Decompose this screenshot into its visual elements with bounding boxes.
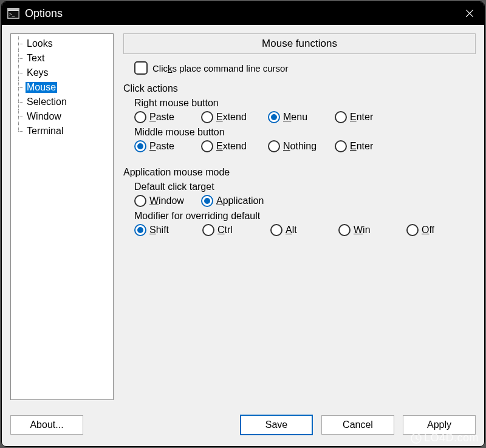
radio-label: Paste xyxy=(149,141,174,152)
sidebar-item-label: Keys xyxy=(26,67,50,78)
dialog-buttons: About... Save Cancel Apply xyxy=(2,409,484,446)
radio-label: Off xyxy=(422,225,434,236)
radio-label: Window xyxy=(149,195,184,206)
radio-icon xyxy=(268,140,280,152)
sidebar-item-looks[interactable]: Looks xyxy=(11,36,113,51)
radio-label: Alt xyxy=(286,225,297,236)
clicks-place-cursor-label: Clicks place command line cursor xyxy=(152,63,288,73)
radio-label: Extend xyxy=(216,141,247,152)
terminal-icon: >_ xyxy=(7,7,20,20)
about-button[interactable]: About... xyxy=(10,415,83,435)
radio-icon xyxy=(202,224,214,236)
section-header: Mouse functions xyxy=(123,33,476,54)
click-actions-group: Click actions Right mouse button PasteEx… xyxy=(123,83,476,156)
sidebar-item-label: Terminal xyxy=(26,126,64,137)
tree-line-icon xyxy=(15,66,26,80)
radio-icon xyxy=(134,140,146,152)
click-actions-title: Click actions xyxy=(123,83,476,94)
radio-icon xyxy=(335,140,347,152)
modifier-radio-alt[interactable]: Alt xyxy=(270,224,326,236)
click-target-radio-application[interactable]: Application xyxy=(201,195,264,207)
radio-icon xyxy=(134,195,146,207)
right-mouse-radio-enter[interactable]: Enter xyxy=(335,111,391,123)
radio-icon xyxy=(201,140,213,152)
radio-label: Nothing xyxy=(283,141,317,152)
sidebar-item-label: Text xyxy=(26,53,46,64)
radio-icon xyxy=(201,111,213,123)
app-mouse-mode-title: Application mouse mode xyxy=(123,167,476,178)
radio-icon xyxy=(335,111,347,123)
sidebar-item-keys[interactable]: Keys xyxy=(11,66,113,80)
middle-mouse-radios: PasteExtendNothingEnter xyxy=(134,140,476,152)
svg-text:>_: >_ xyxy=(9,12,15,17)
content-area: LooksTextKeysMouseSelectionWindowTermina… xyxy=(2,25,484,409)
radio-icon xyxy=(270,224,282,236)
sidebar-item-label: Looks xyxy=(26,38,54,49)
tree-line-icon xyxy=(15,51,26,66)
sidebar-item-selection[interactable]: Selection xyxy=(11,95,113,109)
radio-icon xyxy=(268,111,280,123)
middle-mouse-radio-paste[interactable]: Paste xyxy=(134,140,190,152)
sidebar-item-mouse[interactable]: Mouse xyxy=(11,80,113,95)
category-sidebar: LooksTextKeysMouseSelectionWindowTermina… xyxy=(10,33,114,400)
modifier-override-radios: ShiftCtrlAltWinOff xyxy=(134,224,476,236)
app-mouse-mode-group: Application mouse mode Default click tar… xyxy=(123,167,476,240)
modifier-radio-shift[interactable]: Shift xyxy=(134,224,190,236)
middle-mouse-radio-nothing[interactable]: Nothing xyxy=(268,140,324,152)
radio-icon xyxy=(134,224,146,236)
window-title: Options xyxy=(25,7,63,20)
radio-icon xyxy=(134,111,146,123)
sidebar-item-label: Selection xyxy=(26,97,68,107)
sidebar-item-text[interactable]: Text xyxy=(11,51,113,66)
tree-line-icon xyxy=(15,109,26,124)
radio-label: Enter xyxy=(350,112,373,123)
clicks-place-cursor-checkbox[interactable] xyxy=(134,61,148,75)
tree-line-icon xyxy=(15,124,26,138)
radio-icon xyxy=(406,224,419,236)
sidebar-item-label: Window xyxy=(26,111,63,122)
middle-mouse-radio-extend[interactable]: Extend xyxy=(201,140,257,152)
radio-label: Ctrl xyxy=(217,225,233,236)
right-mouse-radio-paste[interactable]: Paste xyxy=(134,111,190,123)
apply-button[interactable]: Apply xyxy=(403,415,476,435)
main-panel: Mouse functions Clicks place command lin… xyxy=(123,33,476,400)
cancel-button[interactable]: Cancel xyxy=(321,415,394,435)
radio-label: Extend xyxy=(216,112,247,123)
middle-mouse-title: Middle mouse button xyxy=(134,127,476,138)
svg-rect-1 xyxy=(7,8,19,10)
save-button[interactable]: Save xyxy=(240,415,313,435)
tree-line-icon xyxy=(15,36,26,51)
tree-line-icon xyxy=(15,80,26,95)
radio-label: Application xyxy=(216,195,264,206)
default-click-target-radios: WindowApplication xyxy=(134,195,476,207)
radio-label: Win xyxy=(354,225,371,236)
middle-mouse-radio-enter[interactable]: Enter xyxy=(335,140,391,152)
radio-label: Paste xyxy=(149,112,174,123)
close-button[interactable] xyxy=(455,2,484,25)
titlebar: >_ Options xyxy=(2,2,484,25)
right-mouse-radio-extend[interactable]: Extend xyxy=(201,111,257,123)
click-target-radio-window[interactable]: Window xyxy=(134,195,190,207)
radio-label: Enter xyxy=(350,141,373,152)
modifier-radio-ctrl[interactable]: Ctrl xyxy=(202,224,258,236)
options-window: >_ Options LooksTextKeysMouseSelectionWi… xyxy=(1,1,485,447)
tree-line-icon xyxy=(15,95,26,109)
radio-icon xyxy=(201,195,213,207)
right-mouse-radio-menu[interactable]: Menu xyxy=(268,111,324,123)
default-click-target-title: Default click target xyxy=(134,182,476,192)
clicks-place-cursor-row: Clicks place command line cursor xyxy=(123,61,476,75)
sidebar-item-label: Mouse xyxy=(26,82,57,93)
radio-label: Menu xyxy=(283,112,307,123)
sidebar-item-window[interactable]: Window xyxy=(11,109,113,124)
radio-label: Shift xyxy=(149,225,169,236)
right-mouse-title: Right mouse button xyxy=(134,98,476,109)
radio-icon xyxy=(338,224,351,236)
modifier-radio-off[interactable]: Off xyxy=(406,224,462,236)
modifier-override-title: Modifier for overriding default xyxy=(134,211,476,222)
sidebar-item-terminal[interactable]: Terminal xyxy=(11,124,113,138)
modifier-radio-win[interactable]: Win xyxy=(338,224,394,236)
right-mouse-radios: PasteExtendMenuEnter xyxy=(134,111,476,123)
